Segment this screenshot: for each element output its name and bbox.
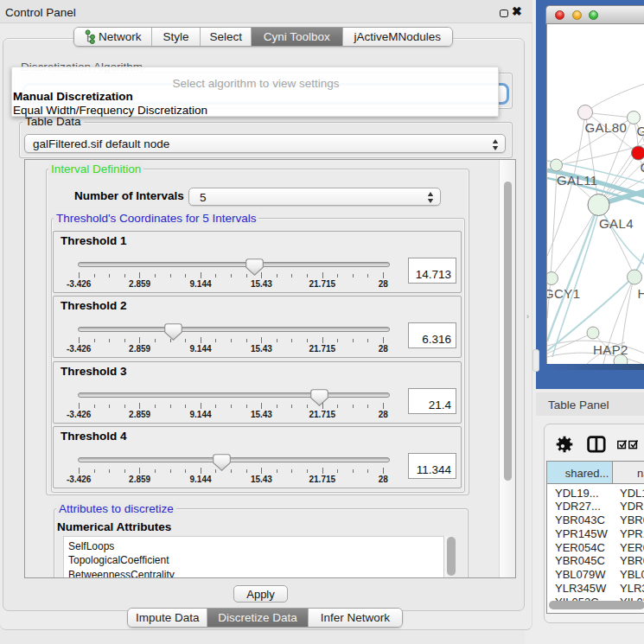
svg-text:GCY1: GCY1 — [547, 286, 580, 301]
svg-text:GA: GA — [637, 124, 644, 138]
svg-text:GAL4: GAL4 — [599, 215, 634, 230]
svg-text:H: H — [638, 286, 644, 301]
svg-text:GAL11: GAL11 — [557, 172, 598, 187]
svg-text:C: C — [641, 159, 644, 174]
svg-text:HAP2: HAP2 — [593, 341, 628, 356]
svg-text:GAL80: GAL80 — [585, 119, 628, 134]
